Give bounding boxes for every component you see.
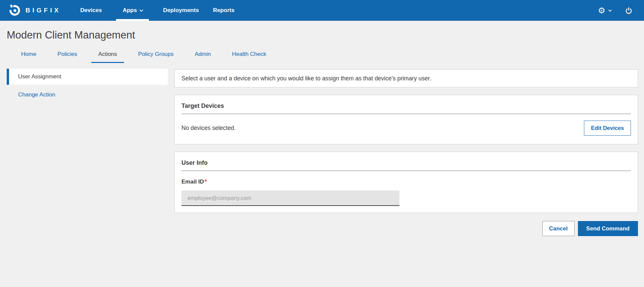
user-info-card: User Info Email ID* — [174, 152, 638, 213]
nav-item-reports[interactable]: Reports — [213, 0, 234, 21]
tab-bar: Home Policies Actions Policy Groups Admi… — [14, 51, 644, 63]
target-devices-card: Target Devices No devices selected. Edit… — [174, 95, 638, 144]
settings-menu-button[interactable]: ⚙ — [598, 6, 611, 15]
bigfix-logo-icon — [8, 4, 21, 17]
email-field[interactable] — [181, 191, 399, 206]
target-devices-row: No devices selected. Edit Devices — [181, 119, 631, 137]
sidebar-item-label: User Assignment — [18, 73, 61, 80]
main-panel: Select a user and a device on which you … — [174, 69, 638, 236]
send-command-button[interactable]: Send Command — [578, 221, 638, 236]
required-asterisk: * — [205, 178, 207, 185]
email-id-label-text: Email ID — [181, 178, 204, 185]
tab-policies[interactable]: Policies — [50, 51, 84, 63]
main-nav: Devices Apps Deployments Reports — [80, 0, 234, 21]
nav-item-apps[interactable]: Apps — [116, 0, 149, 21]
instruction-banner: Select a user and a device on which you … — [174, 69, 638, 87]
no-devices-text: No devices selected. — [181, 125, 235, 132]
logout-button[interactable] — [625, 7, 633, 14]
tab-admin[interactable]: Admin — [188, 51, 218, 63]
section-divider — [181, 114, 631, 114]
tab-home[interactable]: Home — [14, 51, 43, 63]
top-nav: BIGFIX Devices Apps Deployments Reports … — [0, 0, 644, 21]
power-icon — [625, 7, 633, 14]
nav-item-label: Deployments — [163, 7, 199, 14]
actions-sidebar: User Assignment Change Action — [7, 69, 168, 98]
nav-item-devices[interactable]: Devices — [80, 0, 102, 21]
tab-policy-groups[interactable]: Policy Groups — [131, 51, 181, 63]
content-area: User Assignment Change Action Select a u… — [0, 69, 644, 236]
chevron-down-icon — [140, 8, 143, 12]
gear-icon: ⚙ — [598, 6, 605, 15]
sidebar-item-user-assignment[interactable]: User Assignment — [7, 69, 168, 85]
tab-actions[interactable]: Actions — [91, 51, 124, 63]
brand-name: BIGFIX — [25, 7, 61, 14]
email-id-label: Email ID* — [181, 178, 631, 185]
instruction-text: Select a user and a device on which you … — [181, 75, 431, 82]
sidebar-item-label: Change Action — [18, 91, 55, 98]
nav-item-label: Apps — [123, 7, 137, 14]
nav-item-label: Devices — [80, 7, 102, 14]
nav-item-label: Reports — [213, 7, 234, 14]
nav-right-controls: ⚙ — [598, 0, 633, 21]
brand-logo-group[interactable]: BIGFIX — [8, 0, 61, 21]
target-devices-heading: Target Devices — [181, 102, 631, 110]
form-footer: Cancel Send Command — [174, 221, 638, 236]
chevron-down-icon — [608, 8, 612, 12]
section-divider — [181, 170, 631, 171]
sidebar-item-change-action[interactable]: Change Action — [7, 91, 168, 98]
nav-item-deployments[interactable]: Deployments — [163, 0, 199, 21]
cancel-button[interactable]: Cancel — [542, 221, 575, 236]
user-info-heading: User Info — [181, 159, 631, 166]
page-title: Modern Client Management — [7, 28, 644, 42]
edit-devices-button[interactable]: Edit Devices — [584, 121, 631, 136]
tab-health-check[interactable]: Health Check — [225, 51, 273, 63]
